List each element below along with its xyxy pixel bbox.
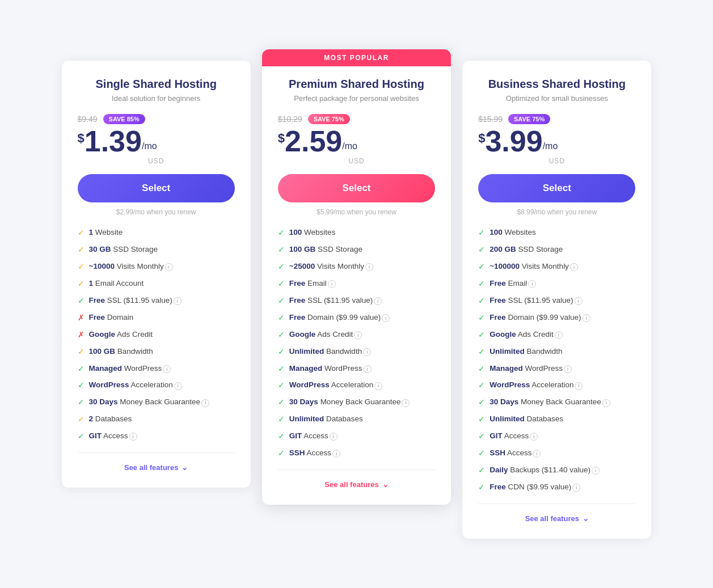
see-all-features-link[interactable]: See all features ⌄ <box>78 463 235 472</box>
info-icon[interactable]: i <box>365 263 373 271</box>
feature-item: ✓ Managed WordPressi <box>278 363 435 375</box>
info-icon[interactable]: i <box>363 348 371 356</box>
current-price: $ 1.39 /mo <box>78 126 235 156</box>
info-icon[interactable]: i <box>364 365 372 373</box>
feature-bold: Free <box>289 313 306 322</box>
feature-check-icon: ✓ <box>478 262 485 273</box>
feature-check-icon: ✓ <box>78 262 85 273</box>
feature-item: ✓ GIT Accessi <box>278 431 435 442</box>
info-icon[interactable]: i <box>374 382 382 390</box>
info-icon[interactable]: i <box>592 467 600 475</box>
info-icon[interactable]: i <box>555 331 563 339</box>
info-icon[interactable]: i <box>602 399 610 407</box>
price-dollar: $ <box>78 131 85 146</box>
feature-text: Free SSL ($11.95 value)i <box>490 295 582 306</box>
feature-item: ✓ WordPress Accelerationi <box>278 380 435 391</box>
feature-bold: Free <box>490 279 506 287</box>
chevron-down-icon: ⌄ <box>583 514 589 523</box>
plan-title: Premium Shared Hosting <box>278 78 435 91</box>
feature-item: ✓ Free SSL ($11.95 value)i <box>78 295 235 307</box>
feature-check-icon: ✓ <box>278 449 285 459</box>
info-icon[interactable]: i <box>402 399 410 407</box>
price-mo: /mo <box>142 141 157 151</box>
info-icon[interactable]: i <box>533 450 541 458</box>
feature-text: Google Ads Crediti <box>289 329 362 340</box>
feature-item: ✓ 30 GB SSD Storage <box>78 244 235 256</box>
info-icon[interactable]: i <box>575 382 583 390</box>
feature-item: ✓ 100 Websites <box>278 227 435 239</box>
info-icon[interactable]: i <box>575 297 583 305</box>
plan-header: Single Shared HostingIdeal solution for … <box>78 78 235 216</box>
price-dollar: $ <box>478 131 485 146</box>
feature-bold: Free <box>289 279 306 287</box>
select-button-premium[interactable]: Select <box>278 174 435 202</box>
info-icon[interactable]: i <box>583 314 590 322</box>
feature-text: Free Emaili <box>289 278 336 289</box>
info-icon[interactable]: i <box>165 263 173 271</box>
feature-item: ✓ SSH Accessi <box>478 448 635 459</box>
info-icon[interactable]: i <box>129 433 137 441</box>
info-icon[interactable]: i <box>572 484 580 492</box>
info-icon[interactable]: i <box>570 263 578 271</box>
info-icon[interactable]: i <box>201 399 209 407</box>
feature-bold: Google <box>490 330 516 339</box>
info-icon[interactable]: i <box>330 433 337 441</box>
feature-check-icon: ✓ <box>478 397 485 408</box>
price-amount: 3.99 <box>485 126 542 156</box>
feature-check-icon: ✓ <box>478 313 485 324</box>
feature-bold: SSH <box>289 449 305 457</box>
info-icon[interactable]: i <box>528 280 536 288</box>
info-icon[interactable]: i <box>382 314 390 322</box>
feature-text: Free SSL ($11.95 value)i <box>289 295 382 306</box>
feature-item: ✓ SSH Accessi <box>278 448 435 459</box>
info-icon[interactable]: i <box>564 365 572 373</box>
info-icon[interactable]: i <box>328 280 336 288</box>
feature-text: SSH Accessi <box>490 448 541 459</box>
feature-check-icon: ✓ <box>278 330 285 341</box>
feature-bold: WordPress <box>89 380 129 389</box>
feature-check-icon: ✓ <box>78 347 85 358</box>
divider <box>278 469 435 470</box>
feature-text: Unlimited Bandwidth <box>490 346 562 357</box>
price-mo: /mo <box>543 141 558 151</box>
feature-text: GIT Accessi <box>89 431 137 442</box>
feature-check-icon: ✓ <box>278 228 285 239</box>
feature-text: Free Domain <box>89 312 134 323</box>
feature-bold: 1 <box>89 279 94 287</box>
info-icon[interactable]: i <box>530 433 538 441</box>
info-icon[interactable]: i <box>354 331 362 339</box>
info-icon[interactable]: i <box>332 450 340 458</box>
feature-item: ✓ 30 Days Money Back Guaranteei <box>278 397 435 408</box>
feature-check-icon: ✓ <box>478 296 485 307</box>
price-amount: 2.59 <box>285 126 342 156</box>
feature-bold: Free <box>289 296 306 304</box>
info-icon[interactable]: i <box>174 297 182 305</box>
feature-check-icon: ✓ <box>278 380 285 391</box>
feature-check-icon: ✓ <box>78 364 85 375</box>
feature-item: ✓ ~25000 Visits Monthlyi <box>278 261 435 273</box>
feature-text: GIT Accessi <box>289 431 337 442</box>
feature-bold: WordPress <box>289 380 330 389</box>
feature-check-icon: ✓ <box>278 296 285 307</box>
feature-bold: Free <box>490 313 506 322</box>
feature-item: ✓ 1 Email Account <box>78 278 235 290</box>
feature-bold: Free <box>89 296 106 304</box>
chevron-down-icon: ⌄ <box>382 480 389 489</box>
plan-title: Single Shared Hosting <box>78 78 235 91</box>
original-price: $15.99 <box>478 115 503 124</box>
info-icon[interactable]: i <box>174 382 182 390</box>
select-button-business[interactable]: Select <box>478 174 635 202</box>
feature-bold: 30 Days <box>289 397 318 406</box>
select-button-single[interactable]: Select <box>78 174 235 202</box>
feature-bold: 100 <box>289 228 302 236</box>
renew-note: $2.99/mo when you renew <box>78 208 235 216</box>
feature-bold: Google <box>289 330 316 339</box>
see-all-features-link[interactable]: See all features ⌄ <box>478 514 635 523</box>
popular-badge: MOST POPULAR <box>262 49 451 66</box>
feature-item: ✓ Unlimited Databases <box>478 414 635 425</box>
price-row: $15.99 SAVE 75% <box>478 114 635 124</box>
see-all-features-link[interactable]: See all features ⌄ <box>278 480 435 489</box>
info-icon[interactable]: i <box>163 365 171 373</box>
info-icon[interactable]: i <box>374 297 382 305</box>
feature-text: 30 Days Money Back Guaranteei <box>490 397 610 408</box>
